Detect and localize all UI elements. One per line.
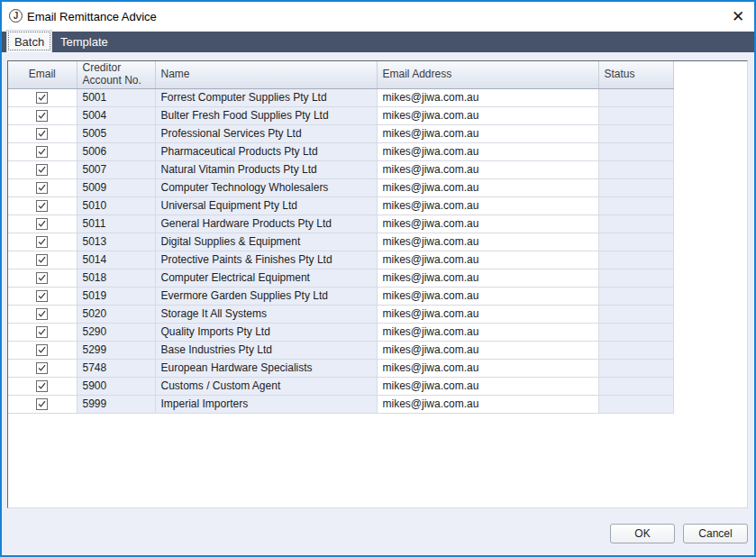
email-cell xyxy=(8,178,77,196)
status-cell xyxy=(598,106,673,124)
table-row: 5009Computer Technology Wholesalersmikes… xyxy=(8,178,747,196)
grid-body: 5001Forrest Computer Supplies Pty Ltdmik… xyxy=(8,88,747,413)
filler-cell xyxy=(673,251,747,269)
table-row: 5900Customs / Custom Agentmikes@jiwa.com… xyxy=(8,377,747,395)
creditor-name-cell: Digital Supplies & Equipment xyxy=(155,233,377,251)
email-checkbox[interactable] xyxy=(36,254,48,266)
col-header-creditor-account[interactable]: Creditor Account No. xyxy=(77,61,155,88)
email-address-cell[interactable]: mikes@jiwa.com.au xyxy=(377,287,598,305)
email-cell xyxy=(8,269,77,287)
status-cell xyxy=(598,359,673,377)
status-cell xyxy=(598,269,673,287)
creditor-name-cell: Storage It All Systems xyxy=(155,305,377,323)
creditor-account-cell: 5900 xyxy=(77,377,155,395)
creditor-account-cell: 5007 xyxy=(77,160,155,178)
email-checkbox[interactable] xyxy=(36,326,48,338)
table-row: 5290Quality Imports Pty Ltdmikes@jiwa.co… xyxy=(8,323,747,341)
table-row: 5018Computer Electrical Equipmentmikes@j… xyxy=(8,269,747,287)
close-icon[interactable]: ✕ xyxy=(727,5,749,27)
email-address-cell[interactable]: mikes@jiwa.com.au xyxy=(377,215,598,233)
col-header-name[interactable]: Name xyxy=(155,61,377,88)
creditor-name-cell: Evermore Garden Supplies Pty Ltd xyxy=(155,287,377,305)
table-row: 5005Professional Services Pty Ltdmikes@j… xyxy=(8,124,747,142)
email-cell xyxy=(8,142,77,160)
status-cell xyxy=(598,124,673,142)
filler-cell xyxy=(673,196,747,215)
batch-tab-page: Email Creditor Account No. Name Email Ad… xyxy=(2,52,754,555)
email-checkbox[interactable] xyxy=(36,218,48,230)
filler-cell xyxy=(673,142,747,160)
filler-cell xyxy=(673,269,747,287)
status-cell xyxy=(598,395,673,413)
email-checkbox[interactable] xyxy=(36,200,48,212)
table-row: 5006Pharmaceutical Products Pty Ltdmikes… xyxy=(8,142,747,160)
tab-batch[interactable]: Batch xyxy=(6,30,52,52)
email-checkbox[interactable] xyxy=(36,164,48,176)
email-checkbox[interactable] xyxy=(36,92,48,104)
email-address-cell[interactable]: mikes@jiwa.com.au xyxy=(377,196,598,215)
creditor-account-cell: 5999 xyxy=(77,395,155,413)
email-checkbox[interactable] xyxy=(36,110,48,122)
filler-cell xyxy=(673,305,747,323)
email-address-cell[interactable]: mikes@jiwa.com.au xyxy=(377,178,598,196)
tab-template[interactable]: Template xyxy=(53,32,115,52)
filler-cell xyxy=(673,88,747,106)
email-checkbox[interactable] xyxy=(36,236,48,248)
status-cell xyxy=(598,287,673,305)
email-checkbox[interactable] xyxy=(36,146,48,158)
creditor-account-cell: 5018 xyxy=(77,269,155,287)
ok-button[interactable]: OK xyxy=(610,524,675,543)
email-checkbox[interactable] xyxy=(36,380,48,392)
filler-cell xyxy=(673,233,747,251)
jiwa-logo-icon: J xyxy=(9,9,23,23)
creditor-account-cell: 5006 xyxy=(77,142,155,160)
email-checkbox[interactable] xyxy=(36,308,48,320)
creditor-account-cell: 5748 xyxy=(77,359,155,377)
email-address-cell[interactable]: mikes@jiwa.com.au xyxy=(377,341,598,359)
email-address-cell[interactable]: mikes@jiwa.com.au xyxy=(377,395,598,413)
creditor-name-cell: Pharmaceutical Products Pty Ltd xyxy=(155,142,377,160)
email-checkbox[interactable] xyxy=(36,182,48,194)
email-cell xyxy=(8,287,77,305)
creditor-account-cell: 5011 xyxy=(77,215,155,233)
email-address-cell[interactable]: mikes@jiwa.com.au xyxy=(377,142,598,160)
col-header-email[interactable]: Email xyxy=(8,61,77,88)
email-address-cell[interactable]: mikes@jiwa.com.au xyxy=(377,106,598,124)
email-address-cell[interactable]: mikes@jiwa.com.au xyxy=(377,88,598,106)
col-header-filler xyxy=(673,61,747,88)
email-address-cell[interactable]: mikes@jiwa.com.au xyxy=(377,377,598,395)
filler-cell xyxy=(673,178,747,196)
email-address-cell[interactable]: mikes@jiwa.com.au xyxy=(377,323,598,341)
creditor-account-cell: 5014 xyxy=(77,251,155,269)
cancel-button[interactable]: Cancel xyxy=(683,524,748,543)
email-checkbox[interactable] xyxy=(36,362,48,374)
email-address-cell[interactable]: mikes@jiwa.com.au xyxy=(377,124,598,142)
creditor-account-cell: 5299 xyxy=(77,341,155,359)
table-row: 5299Base Industries Pty Ltdmikes@jiwa.co… xyxy=(8,341,747,359)
creditor-name-cell: Base Industries Pty Ltd xyxy=(155,341,377,359)
creditor-name-cell: Imperial Importers xyxy=(155,395,377,413)
email-address-cell[interactable]: mikes@jiwa.com.au xyxy=(377,233,598,251)
email-cell xyxy=(8,341,77,359)
email-address-cell[interactable]: mikes@jiwa.com.au xyxy=(377,305,598,323)
email-checkbox[interactable] xyxy=(36,398,48,410)
email-checkbox[interactable] xyxy=(36,290,48,302)
email-cell xyxy=(8,215,77,233)
email-cell xyxy=(8,196,77,215)
creditor-account-cell: 5001 xyxy=(77,88,155,106)
email-address-cell[interactable]: mikes@jiwa.com.au xyxy=(377,359,598,377)
email-checkbox[interactable] xyxy=(36,272,48,284)
filler-cell xyxy=(673,395,747,413)
table-row: 5999Imperial Importersmikes@jiwa.com.au xyxy=(8,395,747,413)
email-address-cell[interactable]: mikes@jiwa.com.au xyxy=(377,251,598,269)
col-header-email-address[interactable]: Email Address xyxy=(377,61,598,88)
filler-cell xyxy=(673,124,747,142)
filler-cell xyxy=(673,359,747,377)
col-header-status[interactable]: Status xyxy=(598,61,673,88)
email-address-cell[interactable]: mikes@jiwa.com.au xyxy=(377,269,598,287)
email-checkbox[interactable] xyxy=(36,128,48,140)
email-cell xyxy=(8,395,77,413)
status-cell xyxy=(598,305,673,323)
email-checkbox[interactable] xyxy=(36,344,48,356)
email-address-cell[interactable]: mikes@jiwa.com.au xyxy=(377,160,598,178)
